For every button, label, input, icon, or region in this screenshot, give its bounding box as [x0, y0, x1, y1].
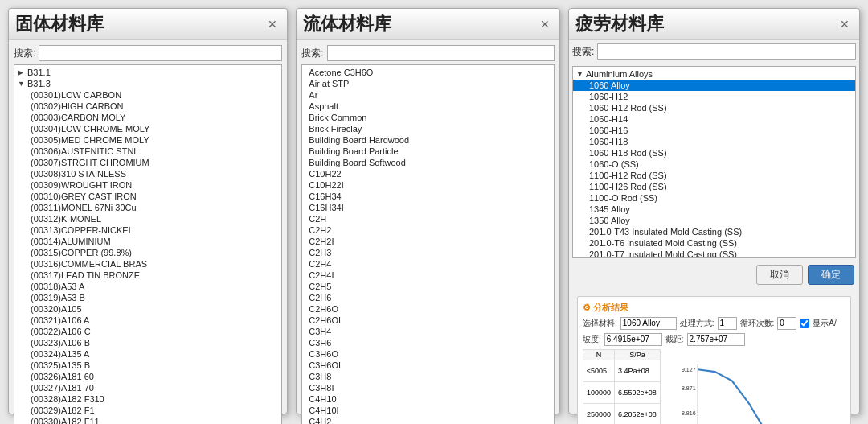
list-item[interactable]: 201.0-T6 Insulated Mold Casting (SS) — [573, 237, 855, 249]
list-item[interactable]: (00321)A106 A — [14, 315, 281, 326]
type-value-input[interactable] — [718, 317, 737, 330]
list-item[interactable]: (00323)A106 B — [14, 337, 281, 348]
fatigue-list-box[interactable]: ▼Aluminium Alloys1060 Alloy1060-H121060-… — [572, 66, 856, 258]
list-item[interactable]: (00302)HIGH CARBON — [14, 101, 281, 112]
solid-search-label: 搜索: — [14, 47, 35, 60]
intercept-value-input[interactable] — [687, 333, 745, 346]
list-item[interactable]: ▶B31.1 — [14, 67, 281, 78]
list-item[interactable]: (00324)A135 A — [14, 348, 281, 360]
list-item[interactable]: (00308)310 STAINLESS — [14, 168, 281, 179]
list-item[interactable]: Building Board Hardwood — [302, 134, 554, 146]
list-item[interactable]: Asphalt — [302, 101, 554, 112]
list-item[interactable]: 1100-O Rod (SS) — [573, 192, 855, 204]
list-item[interactable]: C10H22I — [302, 179, 554, 191]
list-item[interactable]: C16H34 — [302, 191, 554, 202]
list-item[interactable]: C2H2I — [302, 236, 554, 247]
list-item[interactable]: (00329)A182 F1 — [14, 405, 281, 416]
list-item[interactable]: (00328)A182 F310 — [14, 393, 281, 405]
type-label: 处理方式: — [680, 318, 714, 329]
list-item[interactable]: (00315)COPPER (99.8%) — [14, 247, 281, 258]
list-item[interactable]: (00316)COMMERCIAL BRAS — [14, 258, 281, 270]
list-item[interactable]: 201.0-T43 Insulated Mold Casting (SS) — [573, 226, 855, 237]
list-item[interactable]: (00326)A181 60 — [14, 371, 281, 382]
list-item[interactable]: 1060-H16 — [573, 125, 855, 136]
list-item[interactable]: C3H4 — [302, 326, 554, 337]
list-item[interactable]: (00305)MED CHROME MOLY — [14, 134, 281, 146]
fatigue-search-input[interactable] — [597, 43, 856, 60]
list-item[interactable]: C2H6 — [302, 292, 554, 303]
fatigue-dialog-close-button[interactable]: ✕ — [837, 18, 853, 31]
list-item[interactable]: (00319)A53 B — [14, 292, 281, 303]
list-item[interactable]: Ar — [302, 89, 554, 101]
list-item[interactable]: C16H34I — [302, 202, 554, 213]
fatigue-confirm-button[interactable]: 确定 — [808, 265, 854, 285]
slope-value-input[interactable] — [604, 333, 662, 346]
list-item[interactable]: C4H10I — [302, 405, 554, 416]
list-item[interactable]: Building Board Softwood — [302, 157, 554, 168]
list-item[interactable]: C3H8 — [302, 371, 554, 382]
material-value-input[interactable] — [620, 317, 677, 330]
list-item[interactable]: (00304)LOW CHROME MOLY — [14, 123, 281, 134]
list-item[interactable]: 201.0-T7 Insulated Mold Casting (SS) — [573, 249, 855, 258]
solid-dialog-close-button[interactable]: ✕ — [264, 18, 280, 31]
list-item[interactable]: 1060-H12 Rod (SS) — [573, 102, 855, 113]
list-item[interactable]: C3H6 — [302, 337, 554, 348]
list-item[interactable]: (00313)COPPER-NICKEL — [14, 224, 281, 236]
solid-search-input[interactable] — [39, 45, 282, 61]
list-item[interactable]: (00327)A181 70 — [14, 382, 281, 393]
list-item[interactable]: (00320)A105 — [14, 303, 281, 315]
list-item[interactable]: 1060-O (SS) — [573, 158, 855, 170]
list-item[interactable]: C4H10 — [302, 393, 554, 405]
list-item[interactable]: C3H8I — [302, 382, 554, 393]
fluid-search-input[interactable] — [327, 45, 555, 61]
list-item[interactable]: 1060 Alloy — [573, 80, 855, 91]
list-item[interactable]: C2H4 — [302, 258, 554, 270]
list-item[interactable]: C4H2 — [302, 416, 554, 424]
list-item[interactable]: 1060-H14 — [573, 113, 855, 125]
list-item[interactable]: ▼Aluminium Alloys — [573, 68, 855, 80]
list-item[interactable]: C3H6O — [302, 348, 554, 360]
list-item[interactable]: 1100-H12 Rod (SS) — [573, 170, 855, 181]
list-item[interactable]: (00318)A53 A — [14, 281, 281, 292]
fatigue-cancel-button[interactable]: 取消 — [756, 265, 803, 285]
list-item[interactable]: C3H6OI — [302, 360, 554, 371]
list-item[interactable]: 1060-H18 — [573, 136, 855, 147]
show-checkbox[interactable] — [800, 319, 809, 328]
list-item[interactable]: C2H4I — [302, 270, 554, 281]
list-item[interactable]: (00325)A135 B — [14, 360, 281, 371]
list-item[interactable]: C2H2 — [302, 224, 554, 236]
list-item[interactable]: Brick Fireclay — [302, 123, 554, 134]
list-item[interactable]: (00309)WROUGHT IRON — [14, 179, 281, 191]
list-item[interactable]: (00322)A106 C — [14, 326, 281, 337]
list-item[interactable]: 1350 Alloy — [573, 215, 855, 226]
cycles-value-input[interactable] — [777, 317, 796, 330]
list-item[interactable]: ▼B31.3 — [14, 78, 281, 89]
fluid-dialog-close-button[interactable]: ✕ — [537, 18, 553, 31]
list-item[interactable]: C2H3 — [302, 247, 554, 258]
list-item[interactable]: (00307)STRGHT CHROMIUM — [14, 157, 281, 168]
list-item[interactable]: (00330)A182 F11 — [14, 416, 281, 424]
fluid-list-box[interactable]: Acetone C3H6OAir at STPArAsphaltBrick Co… — [301, 64, 555, 424]
list-item[interactable]: C10H22 — [302, 168, 554, 179]
list-item[interactable]: Acetone C3H6O — [302, 67, 554, 78]
solid-list-box[interactable]: ▶B31.1▼B31.3(00301)LOW CARBON(00302)HIGH… — [14, 64, 282, 424]
list-item[interactable]: (00306)AUSTENITIC STNL — [14, 146, 281, 157]
list-item[interactable]: 1060-H12 — [573, 91, 855, 102]
list-item[interactable]: (00303)CARBON MOLY — [14, 112, 281, 123]
list-item[interactable]: (00311)MONEL 67Ni 30Cu — [14, 202, 281, 213]
list-item[interactable]: Brick Common — [302, 112, 554, 123]
list-item[interactable]: 1100-H26 Rod (SS) — [573, 181, 855, 192]
list-item[interactable]: (00312)K-MONEL — [14, 213, 281, 224]
list-item[interactable]: (00301)LOW CARBON — [14, 89, 281, 101]
list-item[interactable]: (00310)GREY CAST IRON — [14, 191, 281, 202]
list-item[interactable]: (00314)ALUMINIUM — [14, 236, 281, 247]
list-item[interactable]: C2H6OI — [302, 315, 554, 326]
list-item[interactable]: 1345 Alloy — [573, 204, 855, 215]
list-item[interactable]: C2H5 — [302, 281, 554, 292]
list-item[interactable]: Building Board Particle — [302, 146, 554, 157]
list-item[interactable]: C2H6O — [302, 303, 554, 315]
list-item[interactable]: (00317)LEAD TIN BRONZE — [14, 270, 281, 281]
list-item[interactable]: C2H — [302, 213, 554, 224]
list-item[interactable]: Air at STP — [302, 78, 554, 89]
list-item[interactable]: 1060-H18 Rod (SS) — [573, 147, 855, 158]
